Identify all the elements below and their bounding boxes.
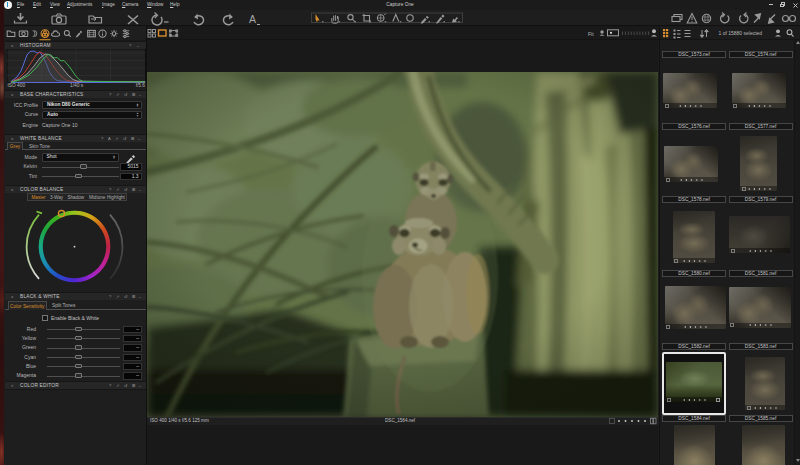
svg-text:1 of 15880 selected: 1 of 15880 selected [719, 30, 763, 36]
svg-text:A: A [249, 13, 256, 25]
svg-text:Fit: Fit [588, 31, 594, 37]
